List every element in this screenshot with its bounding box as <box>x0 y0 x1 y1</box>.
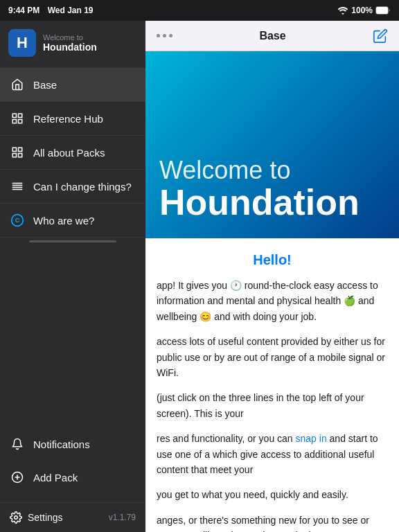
sidebar-item-notifications[interactable]: Notifications <box>0 427 145 461</box>
sidebar-item-can-i-change[interactable]: Can I change things? <box>0 170 145 204</box>
svg-rect-8 <box>12 154 16 157</box>
sidebar-notifications-label: Notifications <box>33 438 90 450</box>
sidebar-item-reference-hub[interactable]: Reference Hub <box>0 102 145 136</box>
status-indicators: 100% <box>337 6 391 15</box>
hero-welcome-text: Welcome to <box>159 157 360 184</box>
svg-rect-6 <box>12 148 16 151</box>
status-date: Wed Jan 19 <box>48 6 94 15</box>
hero-brand-name: Houndation <box>159 184 360 222</box>
svg-rect-9 <box>19 154 22 157</box>
sidebar-item-can-i-change-label: Can I change things? <box>33 181 132 193</box>
sidebar-item-all-about-packs-label: All about Packs <box>33 147 105 159</box>
sidebar-add-pack-label: Add Pack <box>33 472 78 484</box>
sidebar-item-base-label: Base <box>33 79 57 91</box>
sidebar-nav: Base Reference Hub <box>0 65 145 422</box>
svg-rect-2 <box>12 114 16 117</box>
bell-icon <box>10 436 25 452</box>
topbar-dot-1 <box>157 34 160 37</box>
topbar-dot-2 <box>163 34 166 37</box>
paragraph-6: anges, or there's something new for you … <box>157 513 388 532</box>
paragraph-1: app! It gives you 🕐 round-the-clock easy… <box>157 278 388 324</box>
grid-icon <box>10 111 25 126</box>
svg-point-19 <box>15 516 18 520</box>
svg-text:C: C <box>15 217 20 224</box>
paragraph-4: res and functionality, or you can snap i… <box>157 431 388 477</box>
sidebar-scroll-indicator <box>29 240 116 242</box>
sidebar-item-who-are-we-label: Who are we? <box>33 215 94 227</box>
paragraph-3: (just click on the three lines in the to… <box>157 390 388 421</box>
wifi-icon <box>337 6 348 15</box>
sidebar-header: H Welcome to Houndation <box>0 21 145 65</box>
circle-c-icon: C <box>10 213 25 228</box>
paragraph-5: you get to what you need, quickly and ea… <box>157 487 388 502</box>
svg-rect-4 <box>12 120 16 123</box>
status-time-date: 9:44 PM Wed Jan 19 <box>8 6 94 15</box>
sidebar-item-add-pack[interactable]: Add Pack <box>0 461 145 494</box>
sidebar-item-reference-hub-label: Reference Hub <box>33 113 103 125</box>
sidebar-logo: H <box>8 29 36 57</box>
grid2-icon <box>10 145 25 160</box>
sidebar-header-text: Welcome to Houndation <box>43 33 97 53</box>
hero-text: Welcome to Houndation <box>159 157 360 222</box>
sidebar-item-all-about-packs[interactable]: All about Packs <box>0 136 145 170</box>
battery-icon <box>375 6 391 15</box>
svg-rect-7 <box>19 148 22 151</box>
svg-rect-5 <box>19 120 22 123</box>
status-time: 9:44 PM <box>8 6 39 15</box>
main-layout: H Welcome to Houndation Base <box>0 21 399 532</box>
edit-button[interactable] <box>373 28 388 44</box>
sidebar-bottom: Notifications Add Pack <box>0 422 145 502</box>
paragraph-2: access lots of useful content provided b… <box>157 334 388 380</box>
topbar-dots <box>157 34 172 37</box>
content-area: Base Welcome to Houndation Hello! app! I… <box>145 21 399 532</box>
sidebar-welcome-text: Welcome to <box>43 33 97 42</box>
svg-rect-3 <box>19 114 22 117</box>
home-icon <box>10 77 25 92</box>
sidebar-app-name: Houndation <box>43 42 97 53</box>
hero-section: Welcome to Houndation <box>145 51 399 238</box>
battery-label: 100% <box>351 6 373 15</box>
snap-in-link[interactable]: snap in <box>296 433 327 444</box>
svg-rect-1 <box>376 7 388 14</box>
status-bar: 9:44 PM Wed Jan 19 100% <box>0 0 399 21</box>
hello-heading: Hello! <box>157 252 388 268</box>
sidebar-item-who-are-we[interactable]: C Who are we? <box>0 204 145 238</box>
topbar-title: Base <box>259 30 285 42</box>
plus-circle-icon <box>10 470 25 485</box>
topbar-dot-3 <box>169 34 172 37</box>
gear-icon <box>10 511 22 524</box>
version-label: v1.1.79 <box>109 513 136 522</box>
content-topbar: Base <box>145 21 399 51</box>
content-body[interactable]: Hello! app! It gives you 🕐 round-the-clo… <box>145 238 399 532</box>
sidebar-footer: Settings v1.1.79 <box>0 502 145 532</box>
settings-button[interactable]: Settings <box>10 511 63 524</box>
settings-label: Settings <box>28 512 63 523</box>
list-icon <box>10 179 25 194</box>
sidebar: H Welcome to Houndation Base <box>0 21 145 532</box>
sidebar-item-base[interactable]: Base <box>0 68 145 102</box>
